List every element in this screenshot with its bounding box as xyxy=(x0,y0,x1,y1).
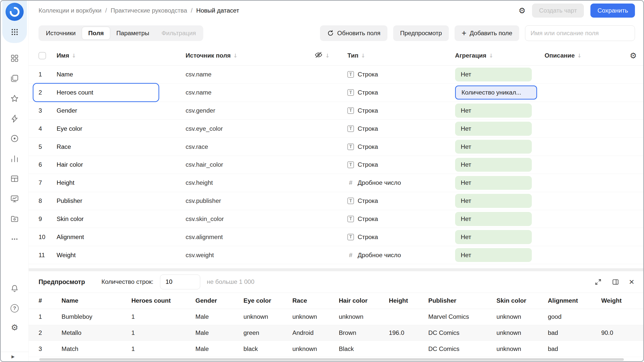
field-name[interactable]: Gender xyxy=(57,107,186,114)
field-type-cell[interactable]: TСтрока xyxy=(347,143,455,150)
field-row[interactable]: 10Alignmentcsv.alignmentTСтрокаНет xyxy=(29,228,643,246)
sidebar-footer: ? ⚙ xyxy=(10,284,19,361)
field-name[interactable]: Alignment xyxy=(57,234,186,241)
field-row[interactable]: 4Eye colorcsv.eye_colorTСтрокаНет xyxy=(29,120,643,138)
preview-header-bar: Предпросмотр Количество строк: не больше… xyxy=(29,271,643,293)
column-header-aggregation[interactable]: Агрегация ↓ xyxy=(455,52,545,59)
field-name[interactable]: Publisher xyxy=(57,197,186,204)
aggregation-select[interactable]: Нет xyxy=(455,230,532,244)
field-row-number: 9 xyxy=(38,215,57,222)
sort-arrow-icon[interactable]: ↓ xyxy=(577,53,582,59)
field-row[interactable]: 8Publishercsv.publisherTСтрокаНет xyxy=(29,192,643,210)
refresh-fields-button[interactable]: Обновить поля xyxy=(320,25,387,41)
aggregation-select[interactable]: Нет xyxy=(455,194,532,208)
widgets-icon[interactable] xyxy=(10,54,19,63)
scrollbar-thumb[interactable] xyxy=(39,358,624,361)
close-icon[interactable]: × xyxy=(629,277,634,286)
charts-icon[interactable] xyxy=(10,154,19,163)
apps-grid-icon[interactable] xyxy=(10,27,19,36)
expand-icon[interactable] xyxy=(594,278,602,286)
tab-sources[interactable]: Источники xyxy=(40,27,82,40)
field-type-cell[interactable]: TСтрока xyxy=(347,71,455,78)
field-name[interactable]: Race xyxy=(57,143,186,150)
field-type-cell[interactable]: TСтрока xyxy=(347,107,455,114)
field-aggregation-cell: Нет xyxy=(455,176,545,190)
create-chart-button[interactable]: Создать чарт xyxy=(532,4,584,18)
column-header-visibility[interactable]: ↓ xyxy=(314,51,347,61)
aggregation-select[interactable]: Нет xyxy=(455,248,532,262)
preview-toggle-button[interactable]: Предпросмотр xyxy=(393,25,449,41)
eye-off-icon[interactable] xyxy=(314,51,323,61)
dashboards-icon[interactable] xyxy=(10,194,19,203)
field-type-cell[interactable]: TСтрока xyxy=(347,234,455,241)
help-icon[interactable]: ? xyxy=(11,304,19,312)
horizontal-scrollbar xyxy=(39,358,636,361)
aggregation-select[interactable]: Нет xyxy=(455,140,532,154)
row-count-input[interactable] xyxy=(160,275,200,289)
datalens-logo-icon[interactable] xyxy=(6,3,24,21)
sort-arrow-icon[interactable]: ↓ xyxy=(72,53,76,59)
more-icon[interactable] xyxy=(10,235,19,244)
save-button[interactable]: Сохранить xyxy=(590,4,635,18)
field-search-input[interactable] xyxy=(525,25,635,41)
aggregation-select[interactable]: Нет xyxy=(455,122,532,136)
field-type-cell[interactable]: TСтрока xyxy=(347,197,455,204)
field-type-cell[interactable]: #Дробное число xyxy=(347,179,455,186)
tab-fields[interactable]: Поля xyxy=(82,27,110,40)
notifications-bell-icon[interactable] xyxy=(10,284,19,293)
field-name[interactable]: Name xyxy=(57,71,186,78)
panel-divider[interactable] xyxy=(29,268,643,271)
table-settings-gear-icon[interactable]: ⚙ xyxy=(630,52,637,60)
sort-arrow-icon[interactable]: ↓ xyxy=(489,53,493,59)
aggregation-select[interactable]: Нет xyxy=(455,68,532,82)
select-all-checkbox[interactable] xyxy=(38,52,46,59)
aggregation-select[interactable]: Количество уникал... xyxy=(455,85,537,100)
field-name[interactable]: Weight xyxy=(57,252,186,259)
field-row[interactable]: 1Namecsv.nameTСтрокаНет xyxy=(29,66,643,84)
column-header-type[interactable]: Тип ↓ xyxy=(347,52,455,59)
field-row[interactable]: 6Hair colorcsv.hair_colorTСтрокаНет xyxy=(29,156,643,174)
breadcrumb-workbook[interactable]: Практические руководства xyxy=(111,7,187,14)
aggregation-select[interactable]: Нет xyxy=(455,212,532,226)
field-row[interactable]: 2Heroes countcsv.nameTСтрокаКоличество у… xyxy=(29,84,643,102)
field-type-cell[interactable]: TСтрока xyxy=(347,215,455,222)
sort-arrow-icon[interactable]: ↓ xyxy=(233,53,238,59)
tab-parameters[interactable]: Параметры xyxy=(110,27,155,40)
field-row[interactable]: 9Skin colorcsv.skin_colorTСтрокаНет xyxy=(29,210,643,228)
column-header-description[interactable]: Описание ↓ xyxy=(545,52,622,59)
field-name[interactable]: Height xyxy=(57,179,186,186)
sidebar-collapse-button[interactable]: ▶ xyxy=(1,352,28,361)
aggregation-select[interactable]: Нет xyxy=(455,104,532,118)
field-type-cell[interactable]: #Дробное число xyxy=(347,252,455,259)
sort-arrow-icon[interactable]: ↓ xyxy=(361,53,366,59)
field-row[interactable]: 11Weightcsv.weight#Дробное числоНет xyxy=(29,246,643,264)
aggregation-select[interactable]: Нет xyxy=(455,158,532,172)
field-name[interactable]: Hair color xyxy=(57,161,186,168)
field-name[interactable]: Eye color xyxy=(57,125,186,132)
breadcrumb-collections[interactable]: Коллекции и воркбуки xyxy=(38,7,101,14)
field-type: Строка xyxy=(358,107,378,114)
split-view-icon[interactable] xyxy=(612,278,619,286)
field-name[interactable]: Skin color xyxy=(57,215,186,222)
storage-icon[interactable] xyxy=(10,214,19,223)
column-header-name[interactable]: Имя ↓ xyxy=(57,52,186,59)
settings-gear-icon[interactable]: ⚙ xyxy=(11,324,18,332)
field-row[interactable]: 5Racecsv.raceTСтрокаНет xyxy=(29,138,643,156)
field-row[interactable]: 7Heightcsv.height#Дробное числоНет xyxy=(29,174,643,192)
collections-icon[interactable] xyxy=(10,74,19,83)
add-field-button[interactable]: + Добавить поле xyxy=(455,25,519,41)
sort-arrow-icon[interactable]: ↓ xyxy=(325,53,330,59)
tab-filtering: Фильтрация xyxy=(155,27,202,40)
tables-icon[interactable] xyxy=(10,174,19,183)
field-row[interactable]: 3Gendercsv.genderTСтрокаНет xyxy=(29,102,643,120)
favorites-star-icon[interactable] xyxy=(10,94,19,103)
field-type-cell[interactable]: TСтрока xyxy=(347,89,455,96)
connections-icon[interactable] xyxy=(10,114,19,123)
field-name[interactable]: Heroes count xyxy=(57,89,186,96)
datasets-icon[interactable] xyxy=(10,134,19,143)
field-type-cell[interactable]: TСтрока xyxy=(347,161,455,168)
aggregation-select[interactable]: Нет xyxy=(455,176,532,190)
dataset-settings-gear-icon[interactable]: ⚙ xyxy=(518,7,526,15)
column-header-source[interactable]: Источник поля ↓ xyxy=(186,52,315,59)
field-type-cell[interactable]: TСтрока xyxy=(347,125,455,132)
